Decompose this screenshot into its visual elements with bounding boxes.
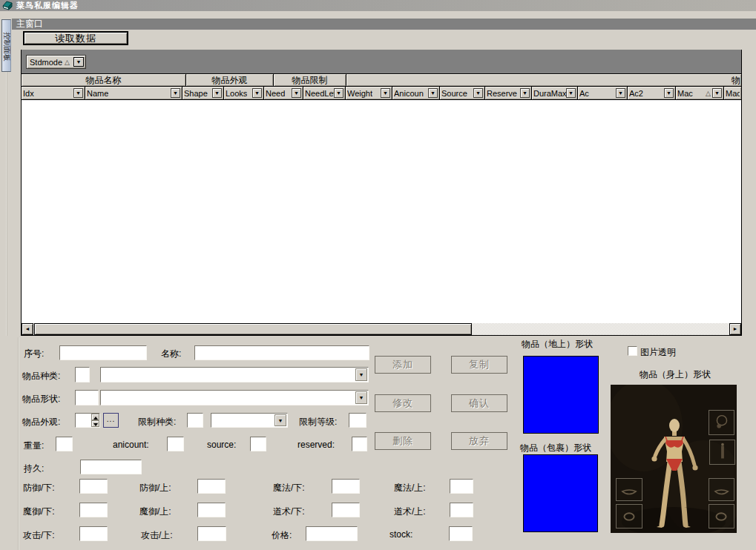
column-filter-dropdown-icon[interactable]: ▼ — [566, 88, 576, 98]
stock-input[interactable] — [449, 526, 473, 541]
shape-combobox-dropdown-icon[interactable]: ▼ — [355, 391, 367, 404]
group-header-label: 物品外观 — [212, 74, 248, 87]
column-filter-dropdown-icon[interactable]: ▼ — [252, 88, 262, 98]
column-header-name[interactable]: Name▼ — [85, 87, 183, 100]
sc-low-input[interactable] — [332, 503, 360, 517]
panel-divider-left — [6, 72, 7, 336]
weight-input[interactable] — [56, 437, 73, 451]
need-code-input[interactable] — [187, 413, 203, 428]
column-header-ac2[interactable]: Ac2▼ — [628, 87, 676, 100]
grid-group-band: Stdmode △ ▼ — [22, 50, 741, 73]
sidebar-tab-control-panel[interactable]: 控制面板 — [1, 19, 11, 72]
column-header-weight[interactable]: Weight▼ — [346, 87, 392, 100]
column-filter-dropdown-icon[interactable]: ▼ — [292, 88, 301, 98]
column-filter-dropdown-icon[interactable]: ▼ — [381, 88, 390, 98]
sc-high-input[interactable] — [450, 503, 473, 517]
ac-low-input[interactable] — [79, 479, 108, 494]
dura-input[interactable] — [80, 460, 142, 474]
price-label: 价格: — [272, 529, 292, 542]
mc-high-input[interactable] — [450, 479, 473, 494]
column-filter-dropdown-icon[interactable]: ▼ — [73, 88, 83, 98]
column-filter-dropdown-icon[interactable]: ▼ — [712, 88, 722, 98]
dc-high-input[interactable] — [197, 526, 226, 541]
menu-bar: 主窗口 — [12, 19, 756, 30]
items-grid: Stdmode △ ▼ 物品名称物品外观物品限制物 Idx▼Name▼Shape… — [21, 50, 742, 336]
mac-high-label: 魔御/上: — [139, 506, 171, 518]
column-filter-dropdown-icon[interactable]: ▼ — [171, 88, 180, 98]
source-input[interactable] — [250, 437, 266, 451]
price-input[interactable] — [306, 526, 358, 541]
mac-low-input[interactable] — [79, 503, 108, 517]
scrollbar-left-icon[interactable]: ◄ — [22, 323, 33, 335]
menu-item-main-window[interactable]: 主窗口 — [16, 19, 43, 30]
group-header-cell-2[interactable]: 物品限制 — [274, 73, 346, 87]
looks-spinner[interactable] — [75, 413, 100, 428]
shape-code-input[interactable] — [75, 390, 99, 405]
column-header-mac[interactable]: Mac△▼ — [676, 87, 724, 100]
anicount-input[interactable] — [167, 437, 184, 451]
need-level-input[interactable] — [349, 413, 367, 428]
shape-combobox[interactable]: ▼ — [100, 390, 369, 405]
column-header-label: Ac — [579, 89, 589, 98]
mac-high-input[interactable] — [197, 503, 226, 517]
column-header-need[interactable]: Need▼ — [264, 87, 303, 100]
group-header-cell-0[interactable]: 物品名称 — [22, 73, 186, 87]
column-header-duramax[interactable]: DuraMax▼ — [532, 87, 578, 100]
column-header-looks[interactable]: Looks▼ — [224, 87, 264, 100]
looks-spinner-buttons[interactable] — [91, 414, 99, 427]
group-by-dropdown-icon[interactable]: ▼ — [73, 57, 84, 67]
column-filter-dropdown-icon[interactable]: ▼ — [473, 88, 483, 98]
stdmode-combobox[interactable]: ▼ — [100, 367, 369, 382]
idx-input[interactable] — [59, 345, 147, 360]
column-header-label: DuraMax — [533, 89, 566, 98]
column-filter-dropdown-icon[interactable]: ▼ — [212, 88, 222, 98]
spinner-down-icon[interactable] — [91, 420, 99, 427]
column-header-source[interactable]: Source▼ — [440, 87, 485, 100]
need-combobox[interactable]: ▼ — [211, 413, 288, 428]
group-header-cell-1[interactable]: 物品外观 — [186, 73, 274, 87]
column-filter-dropdown-icon[interactable]: ▼ — [616, 88, 625, 98]
looks-browse-button[interactable]: ... — [103, 413, 119, 428]
column-filter-dropdown-icon[interactable]: ▼ — [664, 88, 674, 98]
right-ring-slot-icon — [709, 504, 734, 529]
column-header-mac2[interactable]: Mac2 — [724, 87, 741, 100]
mc-low-input[interactable] — [332, 479, 360, 494]
group-by-stdmode-button[interactable]: Stdmode △ ▼ — [26, 55, 86, 69]
spinner-up-icon[interactable] — [91, 414, 99, 420]
column-header-reserve[interactable]: Reserve▼ — [485, 87, 532, 100]
column-filter-dropdown-icon[interactable]: ▼ — [334, 88, 344, 98]
image-transparent-checkbox[interactable] — [628, 346, 637, 356]
copy-button[interactable]: 复制 — [451, 356, 507, 374]
add-button[interactable]: 添加 — [375, 356, 431, 374]
grid-body-empty[interactable] — [22, 100, 741, 323]
dc-low-input[interactable] — [79, 526, 108, 541]
scrollbar-thumb[interactable] — [34, 323, 472, 335]
modify-button[interactable]: 修改 — [375, 394, 431, 412]
column-filter-dropdown-icon[interactable]: ▼ — [428, 88, 438, 98]
reserved-label: reserved: — [298, 440, 335, 450]
name-input[interactable] — [194, 345, 369, 360]
scrollbar-right-icon[interactable]: ► — [729, 323, 741, 335]
column-header-label: NeedLev — [305, 89, 334, 98]
stdmode-combobox-dropdown-icon[interactable]: ▼ — [355, 368, 367, 381]
delete-button[interactable]: 删除 — [375, 432, 431, 450]
group-header-cell-3[interactable]: 物 — [346, 73, 741, 87]
grid-horizontal-scrollbar[interactable]: ◄ ► — [22, 323, 741, 335]
stdmode-code-input[interactable] — [75, 367, 90, 382]
confirm-button[interactable]: 确认 — [451, 394, 507, 412]
column-header-needlev[interactable]: NeedLev▼ — [303, 87, 346, 100]
column-header-idx[interactable]: Idx▼ — [22, 87, 85, 100]
load-data-button[interactable]: 读取数据 — [23, 31, 128, 45]
column-header-anicoun[interactable]: Anicoun▼ — [392, 87, 440, 100]
reserved-input[interactable] — [352, 437, 367, 451]
column-header-shape[interactable]: Shape▼ — [183, 87, 224, 100]
discard-button[interactable]: 放弃 — [451, 432, 507, 450]
need-label: 限制种类: — [138, 416, 176, 428]
column-header-ac[interactable]: Ac▼ — [578, 87, 628, 100]
column-filter-dropdown-icon[interactable]: ▼ — [520, 88, 530, 98]
ground-shape-preview — [523, 356, 599, 434]
ac-high-input[interactable] — [197, 479, 226, 494]
need-level-label: 限制等级: — [299, 416, 337, 428]
sort-ascending-icon: △ — [65, 59, 70, 66]
need-combobox-dropdown-icon[interactable]: ▼ — [275, 414, 286, 426]
